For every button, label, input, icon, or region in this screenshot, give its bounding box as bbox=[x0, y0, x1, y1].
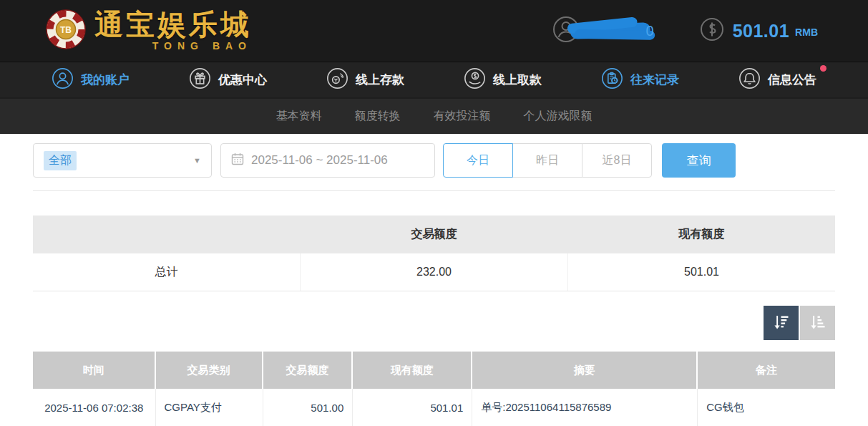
account-subnav: 基本资料 额度转换 有效投注额 个人游戏限额 bbox=[0, 97, 868, 134]
header-right: 0 501.01 RMB bbox=[552, 15, 818, 47]
today-button[interactable]: 今日 bbox=[443, 143, 513, 178]
summary-header-current-balance: 现有额度 bbox=[567, 216, 835, 253]
nav-item-deposit[interactable]: 线上存款 bbox=[326, 67, 404, 92]
section-divider bbox=[33, 190, 835, 191]
records-table-header: 时间 交易类别 交易额度 现有额度 摘要 备注 bbox=[33, 352, 835, 389]
balance-display[interactable]: 501.01 RMB bbox=[700, 17, 818, 44]
notification-badge-dot bbox=[820, 65, 826, 72]
sort-amount-asc-icon bbox=[809, 313, 827, 334]
sort-amount-desc-icon bbox=[772, 313, 791, 334]
nav-item-records[interactable]: 往来记录 bbox=[601, 67, 679, 92]
table-row: 2025-11-06 07:02:38 CGPAY支付 501.00 501.0… bbox=[33, 389, 835, 426]
summary-table: 交易额度 现有额度 总计 232.00 501.01 bbox=[33, 216, 835, 291]
main-nav: 我的账户 优惠中心 线上存款 bbox=[0, 62, 868, 97]
records-table: 时间 交易类别 交易额度 现有额度 摘要 备注 2025-11-06 07:02… bbox=[33, 352, 835, 426]
username-suffix: 0 bbox=[646, 23, 654, 39]
nav-item-notices[interactable]: 信息公告 bbox=[738, 67, 816, 92]
calendar-icon bbox=[231, 153, 244, 169]
nav-label: 信息公告 bbox=[768, 72, 816, 88]
deposit-coin-icon bbox=[326, 67, 348, 92]
username-redacted-scribble bbox=[570, 22, 650, 39]
last-8-days-button[interactable]: 近8日 bbox=[582, 143, 652, 178]
sort-controls bbox=[33, 306, 835, 340]
date-range-input[interactable]: 2025-11-06 ~ 2025-11-06 bbox=[220, 143, 435, 178]
records-clipboard-icon bbox=[601, 67, 623, 92]
records-header-summary: 摘要 bbox=[472, 352, 698, 389]
bell-icon bbox=[738, 67, 761, 92]
brand-text: 通宝娱乐城 TONG BAO bbox=[94, 10, 252, 52]
record-amount: 501.00 bbox=[263, 389, 353, 426]
sort-ascending-button[interactable] bbox=[800, 306, 835, 340]
user-account[interactable]: 0 bbox=[552, 15, 654, 47]
sort-descending-button[interactable] bbox=[764, 306, 799, 340]
records-header-amount: 交易额度 bbox=[263, 352, 353, 389]
nav-label: 我的账户 bbox=[81, 72, 130, 88]
filter-row: 全部 ▼ 2025-11-06 ~ 2025-11-06 今日 昨日 近8日 查… bbox=[33, 143, 835, 178]
record-time: 2025-11-06 07:02:38 bbox=[33, 389, 156, 426]
summary-total-row: 总计 232.00 501.01 bbox=[33, 253, 835, 291]
balance-amount: 501.01 bbox=[733, 21, 789, 42]
subnav-item-valid-bets[interactable]: 有效投注额 bbox=[434, 109, 491, 124]
nav-item-promotions[interactable]: 优惠中心 bbox=[189, 67, 267, 92]
quick-date-buttons: 今日 昨日 近8日 bbox=[443, 143, 652, 178]
record-remark: CG钱包 bbox=[698, 389, 835, 426]
records-header-balance: 现有额度 bbox=[353, 352, 472, 389]
top-header: TB 通宝娱乐城 TONG BAO 0 bbox=[0, 0, 868, 62]
record-type: CGPAY支付 bbox=[156, 389, 263, 426]
date-range-value: 2025-11-06 ~ 2025-11-06 bbox=[251, 153, 388, 168]
record-summary: 单号:202511064115876589 bbox=[472, 389, 698, 426]
nav-label: 线上存款 bbox=[356, 72, 404, 88]
brand-logo[interactable]: TB 通宝娱乐城 TONG BAO bbox=[44, 8, 252, 54]
svg-text:TB: TB bbox=[60, 25, 72, 35]
records-header-remark: 备注 bbox=[698, 352, 835, 389]
nav-label: 往来记录 bbox=[630, 72, 679, 88]
summary-header-empty bbox=[33, 216, 301, 253]
user-icon bbox=[52, 67, 74, 92]
yesterday-button[interactable]: 昨日 bbox=[512, 143, 582, 178]
withdraw-coin-icon bbox=[464, 67, 486, 92]
chevron-down-icon: ▼ bbox=[193, 156, 201, 165]
nav-item-withdraw[interactable]: 线上取款 bbox=[464, 67, 542, 92]
balance-currency: RMB bbox=[795, 26, 818, 38]
record-balance: 501.01 bbox=[353, 389, 472, 426]
transaction-type-select[interactable]: 全部 ▼ bbox=[33, 143, 212, 178]
records-header-type: 交易类别 bbox=[156, 352, 263, 389]
brand-name-cn: 通宝娱乐城 bbox=[94, 10, 252, 39]
gift-icon bbox=[189, 67, 211, 92]
brand-name-en: TONG BAO bbox=[94, 40, 252, 52]
casino-chip-icon: TB bbox=[44, 8, 87, 54]
nav-item-my-account[interactable]: 我的账户 bbox=[52, 67, 130, 92]
summary-current-balance: 501.01 bbox=[567, 253, 835, 291]
subnav-item-credit-transfer[interactable]: 额度转换 bbox=[355, 109, 401, 124]
subnav-item-basic-info[interactable]: 基本资料 bbox=[276, 109, 322, 124]
nav-label: 线上取款 bbox=[493, 72, 542, 88]
summary-total-label: 总计 bbox=[33, 253, 300, 291]
dollar-coin-icon bbox=[700, 17, 724, 44]
summary-table-header: 交易额度 现有额度 bbox=[33, 216, 835, 253]
query-button[interactable]: 查询 bbox=[662, 143, 736, 178]
subnav-item-game-limits[interactable]: 个人游戏限额 bbox=[524, 109, 593, 124]
summary-header-transaction-amount: 交易额度 bbox=[301, 216, 568, 253]
summary-transaction-amount: 232.00 bbox=[300, 253, 567, 291]
nav-label: 优惠中心 bbox=[218, 72, 267, 88]
records-header-time: 时间 bbox=[33, 352, 156, 389]
selected-type: 全部 bbox=[44, 151, 77, 170]
